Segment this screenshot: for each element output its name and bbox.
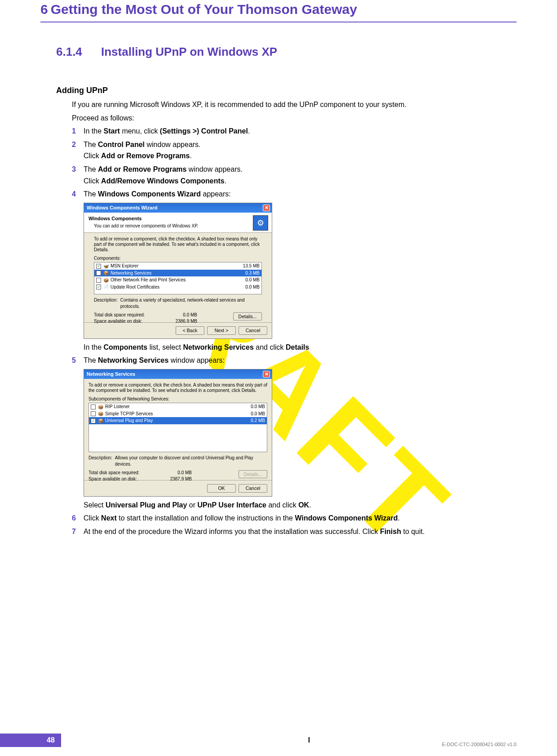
page-footer: 48 I bbox=[0, 734, 557, 747]
intro-paragraph-1: If you are running Microsoft Windows XP,… bbox=[72, 100, 517, 110]
avail-space-label: Space available on disk: bbox=[88, 476, 160, 482]
chapter-number: 6 bbox=[40, 2, 48, 17]
step-5: 5 The Networking Services window appears… bbox=[72, 356, 517, 511]
step-number: 6 bbox=[72, 513, 84, 525]
close-icon[interactable]: ✕ bbox=[263, 205, 270, 211]
footer-bar bbox=[0, 734, 40, 747]
dialog-titlebar: Networking Services ✕ bbox=[84, 369, 272, 379]
step-4: 4 The Windows Components Wizard appears:… bbox=[72, 189, 517, 354]
description-text: Contains a variety of specialized, netwo… bbox=[120, 297, 262, 309]
list-item[interactable]: 📦Other Network File and Print Services 0… bbox=[94, 276, 261, 284]
item-icon: 🦋 bbox=[103, 263, 109, 269]
cancel-button[interactable]: Cancel bbox=[239, 326, 267, 334]
item-icon: 📦 bbox=[97, 418, 103, 424]
checkbox-icon[interactable]: ✓ bbox=[96, 264, 101, 269]
screenshot-windows-components-wizard: Windows Components Wizard ✕ Windows Comp… bbox=[84, 203, 272, 339]
dialog-instructions: To add or remove a component, click the … bbox=[88, 382, 267, 393]
section-number: 6.1.4 bbox=[56, 45, 101, 59]
wizard-instructions: To add or remove a component, click the … bbox=[94, 236, 262, 253]
step-number: 7 bbox=[72, 527, 84, 538]
step-number: 5 bbox=[72, 356, 84, 511]
total-space-label: Total disk space required: bbox=[94, 312, 166, 318]
chapter-header: 6Getting the Most Out of Your Thomson Ga… bbox=[40, 0, 517, 22]
wizard-icon: ⚙ bbox=[253, 215, 268, 231]
step-number: 2 bbox=[72, 140, 84, 163]
footer-center-mark: I bbox=[61, 736, 557, 744]
header-rule bbox=[40, 22, 517, 22]
subheading-adding-upnp: Adding UPnP bbox=[56, 86, 517, 95]
list-item[interactable]: 📦Networking Services 0.3 MB bbox=[94, 270, 261, 277]
dialog-titlebar: Windows Components Wizard ✕ bbox=[84, 203, 272, 213]
cancel-button[interactable]: Cancel bbox=[239, 484, 267, 492]
subcomponents-listbox[interactable]: 📦RIP Listener 0.0 MB 📦Simple TCP/IP Serv… bbox=[88, 403, 267, 452]
list-item[interactable]: 📦RIP Listener 0.0 MB bbox=[89, 403, 267, 410]
components-label: Components: bbox=[94, 255, 262, 262]
list-item[interactable]: ✓📦Universal Plug and Play 0.2 MB bbox=[89, 417, 267, 424]
details-button[interactable]: Details... bbox=[233, 312, 262, 320]
item-icon: 📦 bbox=[97, 411, 103, 417]
item-icon: 📦 bbox=[103, 277, 109, 283]
total-space-value: 0.0 MB bbox=[160, 470, 192, 476]
checkbox-icon[interactable] bbox=[96, 271, 101, 276]
total-space-label: Total disk space required: bbox=[88, 470, 160, 476]
list-item[interactable]: 📦Simple TCP/IP Services 0.0 MB bbox=[89, 410, 267, 418]
total-space-value: 0.0 MB bbox=[166, 312, 197, 318]
back-button[interactable]: < Back bbox=[176, 326, 204, 334]
dialog-title: Windows Components Wizard bbox=[87, 205, 157, 211]
checkbox-icon[interactable] bbox=[91, 405, 96, 409]
step-1: 1 In the Start menu, click (Settings >) … bbox=[72, 126, 517, 138]
avail-space-label: Space available on disk: bbox=[94, 318, 166, 325]
description-text: Allows your computer to discover and con… bbox=[115, 455, 267, 467]
checkbox-icon[interactable] bbox=[91, 411, 96, 416]
step-3: 3 The Add or Remove Programs window appe… bbox=[72, 165, 517, 187]
step-number: 4 bbox=[72, 189, 84, 354]
ok-button[interactable]: OK bbox=[207, 484, 236, 492]
step-number: 1 bbox=[72, 126, 84, 138]
description-label: Description: bbox=[88, 455, 112, 467]
subcomponents-label: Subcomponents of Networking Services: bbox=[88, 396, 267, 402]
checkbox-icon[interactable] bbox=[96, 278, 101, 283]
step-7: 7 At the end of the procedure the Wizard… bbox=[72, 527, 517, 538]
checkbox-icon[interactable]: ✓ bbox=[96, 285, 101, 289]
screenshot-networking-services: Networking Services ✕ To add or remove a… bbox=[84, 369, 272, 497]
avail-space-value: 2386.9 MB bbox=[166, 318, 197, 325]
item-icon: 📦 bbox=[103, 270, 109, 276]
checkbox-icon[interactable]: ✓ bbox=[91, 418, 96, 423]
list-item[interactable]: ✓🦋MSN Explorer 13.5 MB bbox=[94, 262, 261, 270]
list-item[interactable]: ✓📄Update Root Certificates 0.0 MB bbox=[94, 284, 261, 291]
chapter-title: Getting the Most Out of Your Thomson Gat… bbox=[51, 2, 357, 17]
item-icon: 📦 bbox=[97, 404, 103, 410]
description-label: Description: bbox=[94, 297, 118, 309]
dialog-title: Networking Services bbox=[87, 371, 135, 378]
avail-space-value: 2387.9 MB bbox=[160, 476, 192, 482]
intro-paragraph-2: Proceed as follows: bbox=[72, 113, 517, 123]
page-number: 48 bbox=[40, 734, 61, 747]
step-6: 6 Click Next to start the installation a… bbox=[72, 513, 517, 525]
wizard-heading: Windows Components bbox=[88, 215, 198, 222]
step-number: 3 bbox=[72, 165, 84, 187]
components-listbox[interactable]: ✓🦋MSN Explorer 13.5 MB 📦Networking Servi… bbox=[94, 262, 262, 294]
next-button[interactable]: Next > bbox=[207, 326, 236, 334]
section-title: Installing UPnP on Windows XP bbox=[101, 45, 277, 59]
close-icon[interactable]: ✕ bbox=[263, 371, 270, 378]
step-2: 2 The Control Panel window appears. Clic… bbox=[72, 140, 517, 163]
wizard-subheading: You can add or remove components of Wind… bbox=[88, 223, 198, 229]
item-icon: 📄 bbox=[103, 284, 109, 290]
details-button: Details... bbox=[239, 470, 267, 478]
